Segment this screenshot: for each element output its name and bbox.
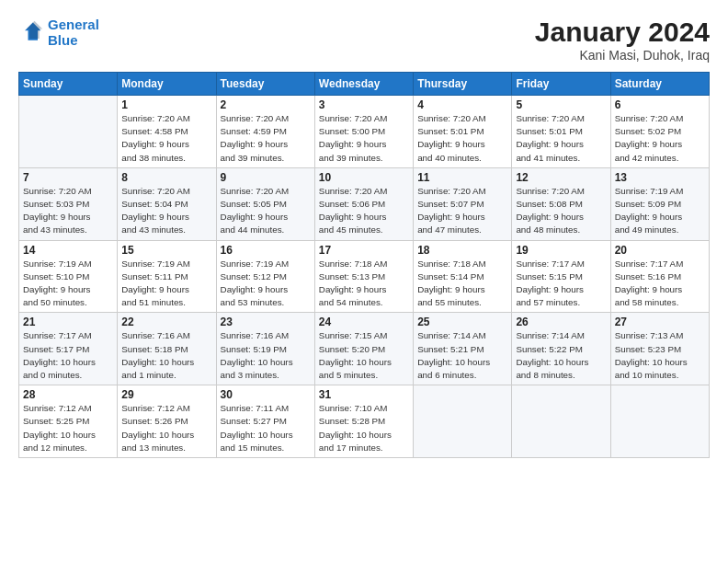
day-info: Sunrise: 7:20 AMSunset: 5:05 PMDaylight:… [221, 185, 311, 237]
day-number: 25 [417, 316, 507, 328]
day-cell: 25Sunrise: 7:14 AMSunset: 5:21 PMDayligh… [414, 313, 512, 385]
day-info: Sunrise: 7:17 AMSunset: 5:16 PMDaylight:… [615, 258, 705, 310]
day-info: Sunrise: 7:19 AMSunset: 5:12 PMDaylight:… [221, 258, 311, 310]
day-info: Sunrise: 7:15 AMSunset: 5:20 PMDaylight:… [319, 329, 409, 382]
day-cell: 11Sunrise: 7:20 AMSunset: 5:07 PMDayligh… [414, 167, 512, 240]
day-cell: 2Sunrise: 7:20 AMSunset: 4:59 PMDaylight… [216, 96, 314, 168]
day-number: 31 [319, 388, 409, 401]
day-info: Sunrise: 7:20 AMSunset: 5:01 PMDaylight:… [417, 112, 507, 165]
day-number: 1 [121, 98, 211, 111]
day-cell: 10Sunrise: 7:20 AMSunset: 5:06 PMDayligh… [314, 167, 413, 240]
day-number: 5 [516, 98, 606, 111]
day-info: Sunrise: 7:19 AMSunset: 5:10 PMDaylight:… [23, 258, 113, 310]
day-info: Sunrise: 7:18 AMSunset: 5:14 PMDaylight:… [417, 258, 507, 310]
day-number: 23 [221, 316, 311, 328]
day-number: 4 [417, 98, 507, 111]
day-number: 18 [417, 244, 507, 257]
calendar-title: January 2024 [535, 17, 710, 48]
day-cell: 6Sunrise: 7:20 AMSunset: 5:02 PMDaylight… [610, 96, 709, 168]
day-number: 12 [516, 171, 606, 184]
day-number: 7 [23, 171, 113, 184]
header: General Blue January 2024 Kani Masi, Duh… [18, 17, 710, 63]
calendar-body: 1Sunrise: 7:20 AMSunset: 4:58 PMDaylight… [19, 96, 710, 458]
day-cell: 31Sunrise: 7:10 AMSunset: 5:28 PMDayligh… [314, 385, 413, 458]
logo: General Blue [18, 17, 99, 49]
logo-icon [18, 19, 44, 45]
day-cell: 21Sunrise: 7:17 AMSunset: 5:17 PMDayligh… [19, 313, 118, 385]
day-number: 14 [23, 244, 113, 257]
day-cell: 9Sunrise: 7:20 AMSunset: 5:05 PMDaylight… [216, 167, 314, 240]
day-info: Sunrise: 7:20 AMSunset: 4:59 PMDaylight:… [221, 112, 311, 165]
logo-line1: General [48, 17, 99, 32]
day-info: Sunrise: 7:10 AMSunset: 5:28 PMDaylight:… [319, 402, 409, 454]
day-cell: 8Sunrise: 7:20 AMSunset: 5:04 PMDaylight… [118, 167, 216, 240]
day-info: Sunrise: 7:17 AMSunset: 5:15 PMDaylight:… [516, 258, 606, 310]
day-number: 29 [121, 388, 211, 401]
day-cell: 18Sunrise: 7:18 AMSunset: 5:14 PMDayligh… [414, 240, 512, 313]
day-info: Sunrise: 7:20 AMSunset: 5:02 PMDaylight:… [615, 112, 705, 165]
week-row-5: 28Sunrise: 7:12 AMSunset: 5:25 PMDayligh… [19, 385, 710, 458]
day-number: 3 [319, 98, 409, 111]
header-day-wednesday: Wednesday [314, 73, 413, 96]
page: General Blue January 2024 Kani Masi, Duh… [0, 0, 728, 563]
day-cell [414, 385, 512, 458]
day-cell: 1Sunrise: 7:20 AMSunset: 4:58 PMDaylight… [118, 96, 216, 168]
day-number: 24 [319, 316, 409, 328]
day-cell: 29Sunrise: 7:12 AMSunset: 5:26 PMDayligh… [118, 385, 216, 458]
day-info: Sunrise: 7:14 AMSunset: 5:22 PMDaylight:… [516, 329, 606, 382]
day-number: 22 [121, 316, 211, 328]
day-info: Sunrise: 7:17 AMSunset: 5:17 PMDaylight:… [23, 329, 113, 382]
day-cell [610, 385, 709, 458]
header-row: SundayMondayTuesdayWednesdayThursdayFrid… [19, 73, 710, 96]
day-cell: 5Sunrise: 7:20 AMSunset: 5:01 PMDaylight… [512, 96, 610, 168]
day-cell: 30Sunrise: 7:11 AMSunset: 5:27 PMDayligh… [216, 385, 314, 458]
day-info: Sunrise: 7:20 AMSunset: 5:04 PMDaylight:… [121, 185, 211, 237]
header-day-friday: Friday [512, 73, 610, 96]
day-info: Sunrise: 7:19 AMSunset: 5:09 PMDaylight:… [615, 185, 705, 237]
day-cell [19, 96, 118, 168]
day-number: 30 [221, 388, 311, 401]
header-day-tuesday: Tuesday [216, 73, 314, 96]
day-cell: 16Sunrise: 7:19 AMSunset: 5:12 PMDayligh… [216, 240, 314, 313]
calendar-table: SundayMondayTuesdayWednesdayThursdayFrid… [18, 72, 710, 458]
day-info: Sunrise: 7:20 AMSunset: 5:06 PMDaylight:… [319, 185, 409, 237]
day-number: 15 [121, 244, 211, 257]
logo-text: General Blue [48, 17, 99, 49]
day-number: 6 [615, 98, 705, 111]
calendar-subtitle: Kani Masi, Duhok, Iraq [535, 48, 710, 63]
day-info: Sunrise: 7:11 AMSunset: 5:27 PMDaylight:… [221, 402, 311, 454]
day-cell: 4Sunrise: 7:20 AMSunset: 5:01 PMDaylight… [414, 96, 512, 168]
day-info: Sunrise: 7:19 AMSunset: 5:11 PMDaylight:… [121, 258, 211, 310]
day-cell: 12Sunrise: 7:20 AMSunset: 5:08 PMDayligh… [512, 167, 610, 240]
day-info: Sunrise: 7:16 AMSunset: 5:19 PMDaylight:… [221, 329, 311, 382]
day-cell: 15Sunrise: 7:19 AMSunset: 5:11 PMDayligh… [118, 240, 216, 313]
day-info: Sunrise: 7:20 AMSunset: 5:07 PMDaylight:… [417, 185, 507, 237]
header-day-thursday: Thursday [414, 73, 512, 96]
day-number: 13 [615, 171, 705, 184]
day-number: 27 [615, 316, 705, 328]
day-info: Sunrise: 7:20 AMSunset: 4:58 PMDaylight:… [121, 112, 211, 165]
week-row-3: 14Sunrise: 7:19 AMSunset: 5:10 PMDayligh… [19, 240, 710, 313]
day-cell: 20Sunrise: 7:17 AMSunset: 5:16 PMDayligh… [610, 240, 709, 313]
day-cell: 13Sunrise: 7:19 AMSunset: 5:09 PMDayligh… [610, 167, 709, 240]
header-day-monday: Monday [118, 73, 216, 96]
week-row-2: 7Sunrise: 7:20 AMSunset: 5:03 PMDaylight… [19, 167, 710, 240]
day-cell: 24Sunrise: 7:15 AMSunset: 5:20 PMDayligh… [314, 313, 413, 385]
day-info: Sunrise: 7:20 AMSunset: 5:00 PMDaylight:… [319, 112, 409, 165]
day-number: 19 [516, 244, 606, 257]
header-day-sunday: Sunday [19, 73, 118, 96]
day-info: Sunrise: 7:12 AMSunset: 5:26 PMDaylight:… [121, 402, 211, 454]
day-cell: 22Sunrise: 7:16 AMSunset: 5:18 PMDayligh… [118, 313, 216, 385]
day-number: 10 [319, 171, 409, 184]
day-info: Sunrise: 7:12 AMSunset: 5:25 PMDaylight:… [23, 402, 113, 454]
header-day-saturday: Saturday [610, 73, 709, 96]
day-number: 2 [221, 98, 311, 111]
day-info: Sunrise: 7:18 AMSunset: 5:13 PMDaylight:… [319, 258, 409, 310]
day-cell: 3Sunrise: 7:20 AMSunset: 5:00 PMDaylight… [314, 96, 413, 168]
day-info: Sunrise: 7:16 AMSunset: 5:18 PMDaylight:… [121, 329, 211, 382]
day-cell: 17Sunrise: 7:18 AMSunset: 5:13 PMDayligh… [314, 240, 413, 313]
day-cell: 28Sunrise: 7:12 AMSunset: 5:25 PMDayligh… [19, 385, 118, 458]
day-cell: 7Sunrise: 7:20 AMSunset: 5:03 PMDaylight… [19, 167, 118, 240]
title-block: January 2024 Kani Masi, Duhok, Iraq [535, 17, 710, 63]
day-info: Sunrise: 7:20 AMSunset: 5:03 PMDaylight:… [23, 185, 113, 237]
